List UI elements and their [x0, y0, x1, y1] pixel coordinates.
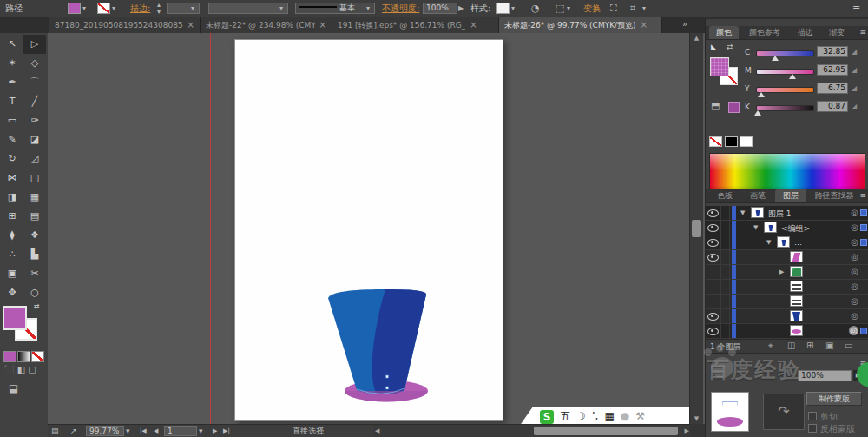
align-chevron-icon[interactable]: ▾	[567, 0, 570, 17]
layer-name[interactable]: 图层 1	[768, 209, 792, 220]
transparency-menu-icon[interactable]: ≡	[859, 359, 866, 367]
slider-thumb[interactable]	[772, 56, 779, 61]
zoom-level-field[interactable]: 99.77%	[86, 426, 124, 436]
artboard-tool[interactable]: ▣	[1, 264, 23, 283]
lock-toggle[interactable]	[720, 324, 730, 338]
lock-toggle[interactable]	[720, 221, 730, 235]
fill-chevron-icon[interactable]: ▾	[82, 0, 86, 17]
mask-thumbnail-well[interactable]: ↷	[763, 394, 805, 430]
color-panel-menu-icon[interactable]: ≡	[859, 28, 866, 36]
recolor-artwork-icon[interactable]: ◔	[531, 0, 540, 17]
layer-thumbnail[interactable]	[751, 207, 764, 218]
none-swatch[interactable]	[709, 136, 722, 147]
target-icon[interactable]: ◎	[851, 252, 858, 262]
target-icon[interactable]: ◎	[851, 267, 858, 276]
lock-toggle[interactable]	[720, 250, 730, 264]
object-thumbnail[interactable]	[711, 392, 749, 432]
canvas-area[interactable]: ▲ ▼ S五☽’,▦●⚒	[48, 33, 705, 424]
close-icon[interactable]: ×	[641, 17, 648, 33]
slider-thumb[interactable]	[758, 92, 765, 97]
perspective-grid-tool[interactable]: ▦	[23, 188, 46, 207]
visibility-toggle[interactable]	[706, 265, 721, 279]
rectangle-tool[interactable]: ▭	[1, 111, 23, 130]
layer-thumbnail[interactable]	[790, 281, 803, 292]
y-slider[interactable]	[756, 87, 814, 93]
anchor-point[interactable]	[386, 375, 389, 378]
m-slider[interactable]	[756, 69, 814, 75]
zoom-tool[interactable]: ○	[23, 283, 46, 302]
horizontal-scrollbar[interactable]: ◀ ▶	[373, 425, 691, 437]
lock-toggle[interactable]	[720, 235, 730, 249]
tab-pathfinder[interactable]: 路径查找器	[808, 189, 860, 202]
mesh-tool[interactable]: ⊞	[1, 207, 23, 226]
stroke-weight-chevron-icon[interactable]: ▾	[191, 0, 194, 17]
visibility-toggle[interactable]	[706, 206, 721, 220]
tab-color-guide[interactable]: 颜色参考	[740, 26, 789, 39]
paintbrush-tool[interactable]: ✑	[23, 111, 46, 130]
c-value-field[interactable]: 32.85	[817, 46, 848, 57]
target-icon[interactable]: ◎	[851, 311, 858, 321]
variable-width-profile-field[interactable]: 基本	[295, 3, 375, 14]
scroll-left-icon[interactable]: ◀	[375, 425, 379, 437]
make-mask-button[interactable]: 制作蒙版	[806, 392, 862, 406]
tools-icon[interactable]: ⚒	[635, 407, 645, 424]
type-tool[interactable]: T	[1, 92, 23, 111]
vertical-scrollbar[interactable]: ▲ ▼	[689, 33, 703, 424]
make-clip-mask-icon[interactable]: ◫	[787, 341, 795, 350]
lock-toggle[interactable]	[720, 265, 730, 279]
blend-tool[interactable]: ❖	[23, 226, 46, 245]
black-swatch[interactable]	[725, 136, 738, 147]
layer-row[interactable]: ▼<编组>◎	[706, 221, 868, 235]
target-icon[interactable]: ◎	[851, 237, 858, 247]
layer-row[interactable]: ◎	[706, 309, 868, 324]
layer-row[interactable]: ▼…◎	[706, 235, 868, 250]
horizontal-scroll-thumb[interactable]	[534, 427, 678, 435]
k-value-field[interactable]: 0.87	[817, 101, 848, 112]
lock-toggle[interactable]	[720, 206, 730, 220]
free-transform-tool[interactable]: ▢	[23, 169, 46, 188]
close-icon[interactable]: ×	[319, 17, 326, 33]
visibility-toggle[interactable]	[706, 280, 721, 294]
fill-box[interactable]	[3, 306, 27, 330]
magic-wand-tool[interactable]: ✶	[1, 54, 23, 73]
shape-mode-chevron-icon[interactable]: ▾	[642, 0, 646, 17]
tab-stroke[interactable]: 描边	[791, 26, 820, 39]
document-tab[interactable]: 未标题-26* @ 99.77% (CMYK/预览)×	[499, 17, 662, 33]
opacity-spin-icon[interactable]: ▶	[458, 0, 464, 17]
artboard-number-field[interactable]: 1	[164, 426, 197, 436]
visibility-toggle[interactable]	[706, 235, 721, 249]
layer-thumbnail[interactable]	[790, 310, 803, 321]
stroke-link[interactable]: 描边:	[130, 0, 150, 17]
expand-toggle-icon[interactable]: ▼	[753, 224, 758, 231]
last-artboard-icon[interactable]: ▶|	[223, 425, 230, 437]
tab-gradient[interactable]: 渐变	[822, 26, 852, 39]
lock-toggle[interactable]	[720, 280, 730, 294]
layer-thumbnail[interactable]	[790, 266, 803, 277]
expand-toggle-icon[interactable]: ▶	[779, 268, 784, 275]
expand-toggle-icon[interactable]: ▼	[766, 239, 771, 246]
line-segment-tool[interactable]: ╱	[23, 92, 46, 111]
tab-overflow-icon[interactable]: »	[682, 19, 687, 29]
k-slider[interactable]	[756, 105, 814, 111]
invert-mask-checkbox[interactable]	[808, 424, 817, 433]
visibility-toggle[interactable]	[706, 324, 721, 338]
rotate-tool[interactable]: ↻	[1, 149, 23, 169]
visibility-toggle[interactable]	[706, 295, 721, 308]
close-icon[interactable]: ×	[187, 17, 194, 33]
lasso-tool[interactable]: ◇	[23, 54, 46, 73]
scroll-up-icon[interactable]: ▲	[690, 33, 703, 43]
selection-tool[interactable]: ↖	[1, 35, 23, 54]
clip-checkbox-row[interactable]: 剪切	[808, 411, 838, 423]
layer-row[interactable]: ◎	[706, 324, 868, 339]
isolate-icon[interactable]: ⛶	[610, 0, 617, 17]
clip-checkbox[interactable]	[808, 412, 817, 420]
prev-artboard-icon[interactable]: ◀	[154, 425, 158, 437]
brush-definition-field[interactable]	[208, 3, 288, 14]
scroll-down-icon[interactable]: ▼	[690, 414, 703, 424]
layer-row[interactable]: ◎	[706, 250, 868, 265]
curvature-tool[interactable]: ⌒	[23, 73, 46, 92]
draw-modes-buttons[interactable]: ⬛ ◧ ▢	[3, 365, 36, 374]
layer-thumbnail[interactable]	[790, 295, 803, 307]
gradient-mode-button[interactable]	[17, 351, 30, 362]
fill-color-swatch[interactable]	[68, 3, 81, 14]
